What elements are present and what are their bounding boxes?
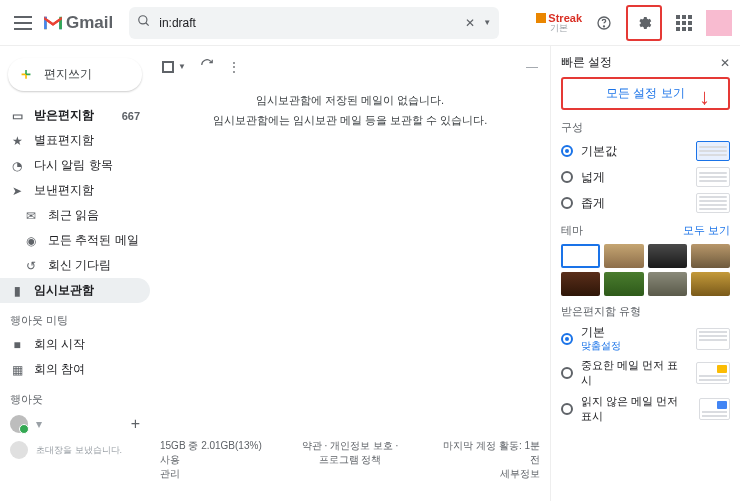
main-menu-button[interactable]: [14, 14, 32, 32]
search-bar[interactable]: ✕ ▼: [129, 7, 499, 39]
compose-label: 편지쓰기: [44, 66, 92, 83]
unread-first-label: 읽지 않은 메일 먼저 표시: [581, 394, 691, 424]
contact-avatar: [10, 441, 28, 459]
eye-icon: ◉: [24, 234, 38, 248]
presence-avatar: [10, 415, 28, 433]
nav-drafts-label: 임시보관함: [34, 282, 94, 299]
inbox-icon: ▭: [10, 109, 24, 123]
activity-text: 마지막 계정 활동: 1분 전: [433, 439, 540, 467]
radio-icon: [561, 171, 573, 183]
theme-swatch[interactable]: [604, 272, 643, 296]
radio-icon: [561, 403, 573, 415]
nav-awaiting-label: 회신 기다림: [48, 257, 111, 274]
storage-text: 15GB 중 2.01GB(13%) 사용: [160, 439, 267, 467]
theme-view-all-link[interactable]: 모두 보기: [683, 223, 730, 238]
theme-section-label: 테마: [561, 223, 583, 238]
density-compact[interactable]: 좁게: [561, 193, 730, 213]
nav-inbox[interactable]: ▭ 받은편지함 667: [0, 103, 150, 128]
nav-recent-label: 최근 읽음: [48, 207, 99, 224]
theme-swatch[interactable]: [691, 272, 730, 296]
nav-starred[interactable]: ★별표편지함: [0, 128, 150, 153]
nav-sent-label: 보낸편지함: [34, 182, 94, 199]
radio-icon: [561, 333, 573, 345]
compose-button[interactable]: ＋ 편지쓰기: [8, 58, 142, 91]
streak-label: Streak: [548, 13, 582, 24]
meet-join[interactable]: ▦회의 참여: [0, 357, 150, 382]
inbox-preview: [696, 328, 730, 350]
density-comfy[interactable]: 넓게: [561, 167, 730, 187]
nav-tracked[interactable]: ◉모든 추적된 메일: [0, 228, 150, 253]
inbox-type-label: 받은편지함 유형: [561, 304, 730, 319]
search-input[interactable]: [159, 16, 459, 30]
apps-icon[interactable]: [670, 9, 698, 37]
inbox-default-label: 기본: [581, 325, 621, 339]
hangouts-contact[interactable]: 초대장을 보냈습니다.: [0, 437, 150, 463]
nav-snoozed[interactable]: ◔다시 알림 항목: [0, 153, 150, 178]
clear-search-icon[interactable]: ✕: [465, 16, 475, 30]
hangouts-self[interactable]: ▾ +: [0, 411, 150, 437]
density-default-label: 기본값: [581, 143, 617, 160]
policy-links[interactable]: 약관 · 개인정보 보호 · 프로그램 정책: [297, 439, 404, 481]
close-panel-icon[interactable]: ✕: [720, 56, 730, 70]
account-avatar[interactable]: [706, 10, 732, 36]
theme-swatch[interactable]: [561, 244, 600, 268]
star-icon: ★: [10, 134, 24, 148]
streak-button[interactable]: Streak 기본: [536, 13, 582, 33]
theme-swatch[interactable]: [691, 244, 730, 268]
reply-icon: ↺: [24, 259, 38, 273]
nav-snoozed-label: 다시 알림 항목: [34, 157, 113, 174]
density-default[interactable]: 기본값: [561, 141, 730, 161]
density-compact-label: 좁게: [581, 195, 605, 212]
nav-tracked-label: 모든 추적된 메일: [48, 232, 139, 249]
new-hangout-button[interactable]: +: [131, 415, 140, 433]
theme-swatch[interactable]: [561, 272, 600, 296]
meet-start[interactable]: ■회의 시작: [0, 332, 150, 357]
footer: 15GB 중 2.01GB(13%) 사용 관리 약관 · 개인정보 보호 · …: [160, 439, 540, 481]
support-icon[interactable]: [590, 9, 618, 37]
select-all-checkbox[interactable]: ▼: [162, 61, 186, 73]
search-icon: [137, 14, 151, 31]
inbox-type-important[interactable]: 중요한 메일 먼저 표시: [561, 358, 730, 388]
storage-manage-link[interactable]: 관리: [160, 467, 267, 481]
svg-point-2: [139, 16, 147, 24]
theme-swatch[interactable]: [648, 244, 687, 268]
inbox-type-default[interactable]: 기본 맞춤설정: [561, 325, 730, 352]
more-button[interactable]: ⋮: [228, 60, 240, 74]
plus-icon: ＋: [18, 64, 34, 85]
meet-start-label: 회의 시작: [34, 336, 85, 353]
empty-line1: 임시보관함에 저장된 메일이 없습니다.: [160, 91, 540, 111]
nav-awaiting[interactable]: ↺회신 기다림: [0, 253, 150, 278]
grid-icon: ▦: [10, 363, 24, 377]
gmail-logo[interactable]: Gmail: [42, 13, 113, 33]
mail-icon: ✉: [24, 209, 38, 223]
streak-sublabel: 기본: [550, 24, 568, 33]
nav-starred-label: 별표편지함: [34, 132, 94, 149]
settings-gear-icon[interactable]: [630, 9, 658, 37]
invite-note: 초대장을 보냈습니다.: [36, 444, 122, 457]
theme-swatch[interactable]: [604, 244, 643, 268]
svg-point-6: [603, 25, 604, 26]
inbox-count: 667: [122, 110, 140, 122]
refresh-button[interactable]: [200, 58, 214, 75]
inbox-type-unread[interactable]: 읽지 않은 메일 먼저 표시: [561, 394, 730, 424]
inbox-custom-link[interactable]: 맞춤설정: [581, 340, 621, 352]
radio-icon: [561, 367, 573, 379]
hangouts-section-title: 행아웃: [0, 382, 150, 411]
inbox-preview: [696, 362, 730, 384]
density-comfy-label: 넓게: [581, 169, 605, 186]
meet-join-label: 회의 참여: [34, 361, 85, 378]
file-icon: ▮: [10, 284, 24, 298]
clock-icon: ◔: [10, 159, 24, 173]
theme-swatch[interactable]: [648, 272, 687, 296]
annotation-arrow: ↓: [699, 84, 710, 110]
select-caret: ▼: [178, 62, 186, 71]
sent-icon: ➤: [10, 184, 24, 198]
checkbox-icon: [162, 61, 174, 73]
nav-sent[interactable]: ➤보낸편지함: [0, 178, 150, 203]
search-options-caret[interactable]: ▼: [483, 18, 491, 27]
nav-drafts[interactable]: ▮임시보관함: [0, 278, 150, 303]
toolbar-dash: —: [526, 60, 538, 74]
settings-highlight-box: [626, 5, 662, 41]
activity-details-link[interactable]: 세부정보: [433, 467, 540, 481]
nav-recent[interactable]: ✉최근 읽음: [0, 203, 150, 228]
